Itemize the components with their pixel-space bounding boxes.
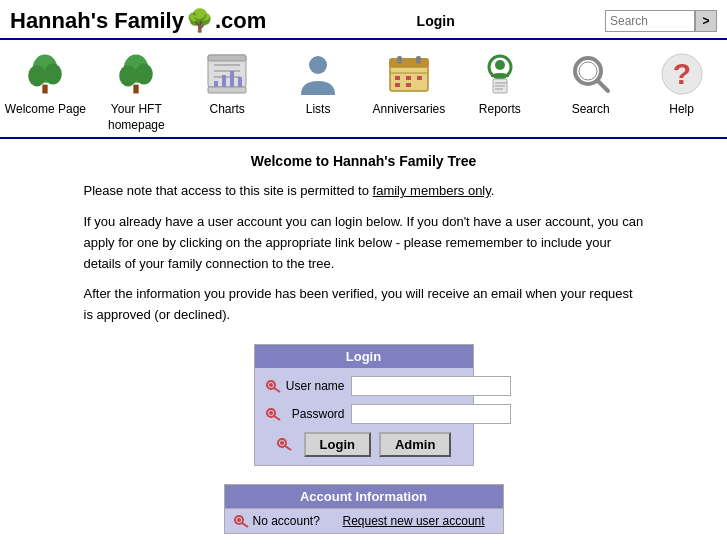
password-input[interactable] xyxy=(351,404,511,424)
username-label: User name xyxy=(285,379,345,393)
request-account-cell: Request new user account xyxy=(343,514,485,528)
svg-line-37 xyxy=(598,81,608,91)
nav-item-lists[interactable]: Lists xyxy=(274,48,362,118)
account-info-box: Account Information No account? Request … xyxy=(224,484,504,534)
svg-text:?: ? xyxy=(672,57,690,90)
charts-icon xyxy=(201,48,253,100)
svg-rect-20 xyxy=(390,59,428,67)
login-btn-row: Login Admin xyxy=(265,432,463,457)
svg-rect-27 xyxy=(395,83,400,87)
nav-charts-label: Charts xyxy=(210,102,245,118)
svg-point-5 xyxy=(120,65,138,86)
hft-icon xyxy=(110,48,162,100)
username-input[interactable] xyxy=(351,376,511,396)
login-header-label: Login xyxy=(417,13,455,29)
logo-suffix: .com xyxy=(215,8,266,34)
svg-rect-21 xyxy=(397,56,402,64)
svg-line-44 xyxy=(274,416,280,420)
nav-welcome-label: Welcome Page xyxy=(5,102,86,118)
admin-button[interactable]: Admin xyxy=(379,432,451,457)
svg-point-18 xyxy=(309,56,327,74)
main-content: Welcome to Hannah's Family Tree Please n… xyxy=(0,139,727,545)
svg-point-6 xyxy=(135,63,153,84)
svg-point-36 xyxy=(579,62,597,80)
svg-rect-24 xyxy=(395,76,400,80)
nav-item-search[interactable]: Search xyxy=(547,48,635,118)
welcome-title: Welcome to Hannah's Family Tree xyxy=(20,153,707,169)
tree-icon: 🌳 xyxy=(186,8,213,34)
no-account-row: No account? Request new user account xyxy=(225,508,503,533)
nav-item-charts[interactable]: Charts xyxy=(183,48,271,118)
para2: If you already have a user account you c… xyxy=(84,212,644,274)
reports-icon xyxy=(474,48,526,100)
nav-search-label: Search xyxy=(572,102,610,118)
username-key-icon xyxy=(265,378,281,394)
svg-point-1 xyxy=(29,65,47,86)
password-label: Password xyxy=(285,407,345,421)
svg-point-30 xyxy=(495,60,505,70)
login-btn-key-icon xyxy=(276,436,292,452)
family-members-link[interactable]: family members only xyxy=(373,183,491,198)
nav-reports-label: Reports xyxy=(479,102,521,118)
nav-item-welcome[interactable]: Welcome Page xyxy=(1,48,89,118)
login-box: Login User name Password xyxy=(254,344,474,466)
nav-hft-label: Your HFT homepage xyxy=(92,102,180,133)
nav-lists-label: Lists xyxy=(306,102,331,118)
login-box-title: Login xyxy=(255,345,473,368)
svg-rect-22 xyxy=(416,56,421,64)
search-go-button[interactable]: > xyxy=(695,10,717,32)
lists-icon xyxy=(292,48,344,100)
nav-item-reports[interactable]: Reports xyxy=(456,48,544,118)
svg-point-2 xyxy=(45,63,63,84)
svg-point-48 xyxy=(280,441,284,445)
svg-rect-3 xyxy=(43,85,48,94)
svg-line-47 xyxy=(285,446,291,450)
search-nav-icon xyxy=(565,48,617,100)
svg-rect-26 xyxy=(417,76,422,80)
para1: Please note that access to this site is … xyxy=(84,181,644,202)
logo: Hannah's Family 🌳 .com xyxy=(10,8,266,34)
para1-text: Please note that access to this site is … xyxy=(84,183,373,198)
svg-rect-9 xyxy=(208,55,246,61)
account-box-title: Account Information xyxy=(225,485,503,508)
logo-text: Hannah's Family xyxy=(10,8,184,34)
login-box-body: User name Password Login Adm xyxy=(255,368,473,465)
svg-rect-17 xyxy=(208,87,246,93)
no-account-key-icon xyxy=(233,513,249,529)
username-row: User name xyxy=(265,376,463,396)
nav-item-anniversaries[interactable]: Anniversaries xyxy=(365,48,453,118)
password-row: Password xyxy=(265,404,463,424)
svg-rect-14 xyxy=(222,75,226,87)
search-input[interactable] xyxy=(605,10,695,32)
svg-point-45 xyxy=(269,411,273,415)
search-area: > xyxy=(605,10,717,32)
no-account-cell: No account? xyxy=(233,513,343,529)
para1-end: . xyxy=(491,183,495,198)
svg-rect-13 xyxy=(214,81,218,87)
no-account-label: No account? xyxy=(253,514,320,528)
svg-point-42 xyxy=(269,383,273,387)
svg-rect-25 xyxy=(406,76,411,80)
svg-line-50 xyxy=(242,523,248,527)
svg-rect-7 xyxy=(134,85,139,94)
nav-bar: Welcome Page Your HFT homepage xyxy=(0,40,727,139)
welcome-icon xyxy=(19,48,71,100)
header: Hannah's Family 🌳 .com Login > xyxy=(0,0,727,40)
nav-item-help[interactable]: ? Help xyxy=(638,48,726,118)
para3: After the information you provide has be… xyxy=(84,284,644,326)
nav-item-hft[interactable]: Your HFT homepage xyxy=(92,48,180,133)
help-icon: ? xyxy=(656,48,708,100)
request-account-link[interactable]: Request new user account xyxy=(343,514,485,528)
svg-rect-16 xyxy=(238,77,242,87)
nav-help-label: Help xyxy=(669,102,694,118)
svg-point-51 xyxy=(237,518,241,522)
svg-rect-15 xyxy=(230,71,234,87)
svg-rect-28 xyxy=(406,83,411,87)
anniversaries-icon xyxy=(383,48,435,100)
login-button[interactable]: Login xyxy=(304,432,371,457)
password-key-icon xyxy=(265,406,281,422)
welcome-text: Please note that access to this site is … xyxy=(84,181,644,326)
svg-line-41 xyxy=(274,388,280,392)
nav-anniversaries-label: Anniversaries xyxy=(373,102,446,118)
